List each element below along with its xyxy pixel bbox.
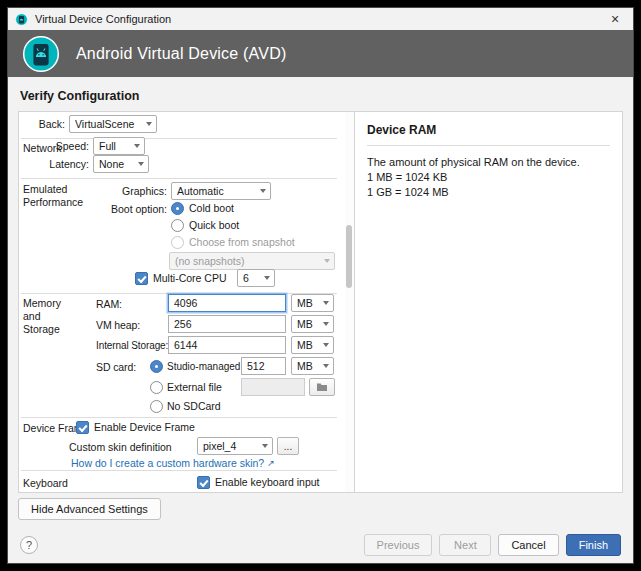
checkbox-checked-icon (197, 476, 210, 489)
internal-storage-value: 6144 (174, 339, 197, 351)
window-title: Virtual Device Configuration (35, 13, 171, 25)
checkbox-label: Enable keyboard input (215, 476, 320, 488)
memory-group-label: Memory and Storage (23, 297, 71, 336)
enable-device-frame-checkbox[interactable]: Enable Device Frame (76, 419, 195, 435)
snapshot-select: (no snapshots) (169, 252, 335, 270)
sd-unit-select[interactable]: MB (291, 357, 334, 375)
scrollbar-thumb[interactable] (346, 225, 352, 288)
latency-select[interactable]: None (93, 155, 149, 173)
latency-value: None (99, 158, 133, 170)
checkbox-label: Enable Device Frame (94, 421, 195, 433)
custom-skin-help-link[interactable]: How do I create a custom hardware skin? … (71, 455, 275, 471)
banner-title: Android Virtual Device (AVD) (76, 45, 286, 63)
multicore-count-value: 6 (243, 272, 259, 284)
link-label: How do I create a custom hardware skin? (71, 457, 264, 469)
header-banner: Android Virtual Device (AVD) (8, 30, 633, 77)
chevron-down-icon (324, 259, 330, 263)
chevron-down-icon (134, 144, 140, 148)
ram-input[interactable]: 4096 (168, 294, 286, 312)
chevron-down-icon (138, 162, 144, 166)
boot-option-label: Boot option: (19, 203, 167, 215)
radio-label: No SDCard (167, 400, 221, 412)
sd-size-input[interactable]: 512 (241, 357, 286, 375)
ram-unit-value: MB (297, 297, 318, 309)
multicore-cpu-checkbox[interactable]: Multi-Core CPU (135, 270, 227, 286)
checkbox-checked-icon (135, 272, 148, 285)
page-title: Verify Configuration (20, 89, 621, 103)
cancel-button[interactable]: Cancel (498, 534, 558, 556)
separator (21, 470, 337, 471)
sd-external-file-radio[interactable]: External file (150, 379, 222, 395)
vm-heap-unit-value: MB (297, 318, 318, 330)
radio-label: Quick boot (189, 219, 239, 231)
vm-heap-value: 256 (174, 318, 192, 330)
graphics-select[interactable]: Automatic (171, 182, 271, 200)
help-panel-text: 1 GB = 1024 MB (367, 185, 610, 200)
custom-skin-label: Custom skin definition (69, 441, 172, 453)
help-panel-text: The amount of physical RAM on the device… (367, 155, 610, 170)
radio-label: Studio-managed (167, 361, 240, 372)
external-file-path-input (241, 378, 305, 396)
back-select[interactable]: VirtualScene (69, 115, 157, 133)
back-value: VirtualScene (75, 118, 141, 130)
ram-value: 4096 (174, 297, 197, 309)
boot-option-quick-boot[interactable]: Quick boot (171, 217, 239, 233)
titlebar: Virtual Device Configuration × (8, 8, 633, 30)
radio-icon (150, 381, 163, 394)
sd-no-sdcard-radio[interactable]: No SDCard (150, 398, 221, 414)
main-area: Back: VirtualScene Network Speed: Full L… (18, 111, 623, 493)
chevron-down-icon (323, 322, 329, 326)
hide-advanced-settings-button[interactable]: Hide Advanced Settings (18, 498, 161, 520)
close-icon[interactable]: × (604, 9, 626, 29)
sd-studio-managed-radio[interactable]: Studio-managed (150, 358, 240, 374)
boot-option-choose-snapshot: Choose from snapshot (171, 234, 295, 250)
help-panel-text: 1 MB = 1024 KB (367, 170, 610, 185)
back-label: Back: (19, 118, 65, 130)
virtual-device-configuration-window: Virtual Device Configuration × Android V… (8, 8, 633, 563)
help-panel-separator (367, 145, 610, 146)
chevron-down-icon (323, 343, 329, 347)
radio-selected-icon (150, 360, 163, 373)
enable-keyboard-input-checkbox[interactable]: Enable keyboard input (197, 474, 320, 490)
internal-storage-unit-value: MB (297, 339, 318, 351)
sd-size-value: 512 (247, 360, 265, 372)
app-icon (15, 12, 29, 26)
internal-storage-unit-select[interactable]: MB (291, 336, 334, 354)
ram-label: RAM: (96, 298, 122, 310)
radio-icon (171, 219, 184, 232)
previous-button[interactable]: Previous (364, 534, 433, 556)
latency-label: Latency: (19, 158, 89, 170)
ram-unit-select[interactable]: MB (291, 294, 334, 312)
finish-button[interactable]: Finish (566, 534, 621, 556)
vm-heap-input[interactable]: 256 (168, 315, 286, 333)
sd-card-label: SD card: (96, 361, 136, 373)
custom-skin-browse-button[interactable]: ... (277, 437, 299, 455)
chevron-down-icon (260, 189, 266, 193)
chevron-down-icon (262, 444, 268, 448)
help-panel-title: Device RAM (367, 123, 610, 137)
chevron-down-icon (323, 301, 329, 305)
external-file-browse-button[interactable] (309, 378, 335, 396)
custom-skin-value: pixel_4 (203, 440, 257, 452)
speed-value: Full (99, 140, 129, 152)
multicore-count-select[interactable]: 6 (237, 269, 275, 287)
speed-label: Speed: (19, 140, 89, 152)
custom-skin-select[interactable]: pixel_4 (197, 437, 273, 455)
sd-unit-value: MB (297, 360, 318, 372)
next-button[interactable]: Next (439, 534, 491, 556)
radio-label: Cold boot (189, 202, 234, 214)
speed-select[interactable]: Full (93, 137, 145, 155)
graphics-value: Automatic (177, 185, 255, 197)
boot-option-cold-boot[interactable]: Cold boot (171, 200, 234, 216)
internal-storage-label: Internal Storage: (96, 340, 168, 351)
help-button[interactable]: ? (20, 536, 38, 554)
radio-disabled-icon (171, 236, 184, 249)
scrollbar[interactable] (345, 112, 354, 492)
vm-heap-unit-select[interactable]: MB (291, 315, 334, 333)
checkbox-checked-icon (76, 421, 89, 434)
external-link-icon: ↗ (267, 458, 275, 468)
chevron-down-icon (146, 122, 152, 126)
avd-logo-icon (22, 35, 60, 73)
internal-storage-input[interactable]: 6144 (168, 336, 286, 354)
separator (21, 417, 337, 418)
